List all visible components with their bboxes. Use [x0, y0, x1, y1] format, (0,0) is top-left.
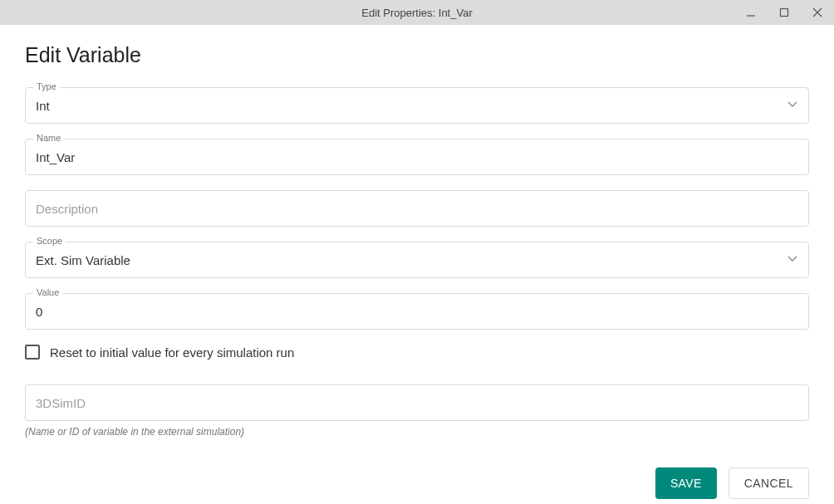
- description-input[interactable]: [25, 190, 809, 227]
- type-select[interactable]: [25, 87, 809, 124]
- minimize-icon: [746, 7, 756, 17]
- value-label: Value: [33, 287, 62, 297]
- scope-select[interactable]: [25, 242, 809, 278]
- simid-input[interactable]: [25, 384, 809, 421]
- titlebar: Edit Properties: Int_Var: [0, 0, 834, 25]
- value-field-wrap: Value: [25, 293, 809, 330]
- simid-helper: (Name or ID of variable in the external …: [25, 426, 809, 438]
- dialog-content: Edit Variable Type Name Scope Value Rese…: [0, 25, 834, 504]
- reset-checkbox-row: Reset to initial value for every simulat…: [25, 345, 809, 360]
- name-field-wrap: Name: [25, 139, 809, 175]
- simid-field-wrap: [25, 384, 809, 421]
- svg-rect-1: [781, 9, 788, 17]
- scope-label: Scope: [33, 236, 66, 246]
- type-label: Type: [33, 81, 60, 91]
- name-label: Name: [33, 133, 64, 143]
- reset-checkbox-label[interactable]: Reset to initial value for every simulat…: [50, 345, 294, 360]
- name-input[interactable]: [25, 139, 809, 175]
- maximize-button[interactable]: [768, 0, 801, 25]
- save-button[interactable]: SAVE: [655, 467, 717, 499]
- dialog-actions: SAVE CANCEL: [25, 467, 809, 499]
- maximize-icon: [779, 7, 789, 17]
- close-icon: [812, 7, 822, 17]
- description-field-wrap: [25, 190, 809, 227]
- close-button[interactable]: [801, 0, 834, 25]
- scope-field-wrap: Scope: [25, 242, 809, 278]
- reset-checkbox[interactable]: [25, 345, 40, 360]
- page-title: Edit Variable: [25, 43, 809, 67]
- cancel-button[interactable]: CANCEL: [729, 467, 809, 499]
- titlebar-controls: [734, 0, 834, 25]
- window-title: Edit Properties: Int_Var: [361, 7, 472, 19]
- value-input[interactable]: [25, 293, 809, 330]
- minimize-button[interactable]: [734, 0, 768, 25]
- type-field-wrap: Type: [25, 87, 809, 124]
